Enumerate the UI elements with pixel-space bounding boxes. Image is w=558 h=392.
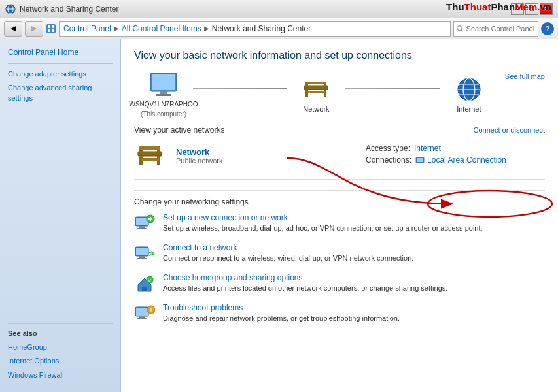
settings-text-2: Connect to a network Connect or reconnec… (163, 243, 413, 264)
connect-network-icon (134, 243, 155, 264)
annotation-container: View your active networks Connect or dis… (134, 125, 545, 180)
access-type-label: Access type: (366, 144, 410, 153)
help-button[interactable]: ? (541, 22, 554, 35)
network-map-wrapper: WSNQV1LN7RAPHOO (This computer) (134, 72, 545, 118)
network-node-network: Network (287, 76, 345, 113)
breadcrumb-control-panel[interactable]: Control Panel (63, 24, 111, 33)
page-title: View your basic network information and … (134, 50, 545, 61)
watermark-mem: Mem (515, 1, 537, 12)
network-map: WSNQV1LN7RAPHOO (This computer) (134, 72, 498, 118)
sidebar-item-windows-firewall[interactable]: Windows Firewall (8, 370, 113, 380)
new-connection-icon (134, 213, 155, 234)
connector1 (193, 88, 287, 89)
connect-disconnect-link[interactable]: Connect or disconnect (474, 126, 545, 134)
svg-point-8 (457, 25, 462, 30)
svg-rect-45 (136, 248, 148, 255)
settings-link-2[interactable]: Connect to a network (163, 243, 413, 252)
sidebar-item-advanced-sharing[interactable]: Change advanced sharing settings (8, 83, 113, 103)
svg-text:!: ! (150, 307, 152, 314)
change-settings-section: Change your networking settings Set up a… (134, 190, 545, 324)
sidebar-item-home[interactable]: Control Panel Home (8, 47, 113, 58)
settings-link-3[interactable]: Choose homegroup and sharing options (163, 273, 447, 282)
settings-desc-4: Diagnose and repair network problems, or… (163, 314, 400, 322)
svg-rect-5 (52, 25, 54, 28)
breadcrumb-current: Network and Sharing Center (212, 24, 311, 33)
network-label: Network (303, 105, 329, 113)
search-box[interactable] (453, 21, 538, 37)
watermark-thu: Thu (446, 1, 464, 12)
app-icon (5, 4, 16, 14)
sidebar-main-section: Control Panel Home Change adapter settin… (0, 47, 120, 118)
svg-rect-12 (160, 91, 167, 94)
svg-rect-29 (141, 158, 159, 161)
svg-rect-53 (139, 316, 145, 318)
sidebar-divider2 (8, 323, 113, 324)
svg-rect-54 (137, 318, 147, 319)
change-settings-header: Change your networking settings (134, 190, 545, 206)
search-input[interactable] (466, 25, 535, 33)
svg-rect-6 (48, 29, 50, 32)
access-type-value: Internet (414, 144, 441, 153)
connections-value[interactable]: Local Area Connection (427, 155, 506, 165)
active-networks-header: View your active networks Connect or dis… (134, 125, 545, 135)
svg-rect-46 (139, 256, 145, 258)
watermark-thuat: Thuat (464, 1, 491, 12)
svg-rect-39 (139, 226, 145, 228)
svg-rect-3 (46, 24, 56, 33)
active-network-info: Network Public network (176, 147, 355, 165)
settings-desc-2: Connect or reconnect to a wireless, wire… (163, 254, 413, 262)
active-network-icon (134, 140, 166, 171)
computer-name: WSNQV1LN7RAPHOO (129, 101, 198, 108)
breadcrumb-sep2: ▶ (204, 25, 209, 32)
svg-rect-48 (142, 287, 147, 291)
network-node-computer: WSNQV1LN7RAPHOO (This computer) (134, 72, 193, 118)
sidebar-item-internet-options[interactable]: Internet Options (8, 356, 113, 366)
network-node-internet: Internet (440, 76, 498, 113)
svg-rect-20 (305, 82, 326, 84)
internet-icon (453, 76, 485, 103)
settings-text-3: Choose homegroup and sharing options Acc… (163, 273, 447, 294)
active-network-name[interactable]: Network (176, 147, 355, 157)
back-button[interactable]: ◀ (4, 21, 22, 37)
watermark-phan: Phan (491, 1, 515, 12)
see-full-map-link[interactable]: See full map (505, 73, 545, 80)
change-settings-title: Change your networking settings (134, 197, 249, 206)
main-layout: Control Panel Home Change adapter settin… (0, 39, 558, 392)
svg-rect-47 (137, 258, 147, 259)
sidebar-item-adapter-settings[interactable]: Change adapter settings (8, 69, 113, 79)
internet-label: Internet (457, 105, 481, 113)
content-area: View your basic network information and … (121, 39, 558, 392)
search-icon (457, 25, 464, 33)
computer-icon (148, 72, 179, 98)
watermark-vn: vn (540, 1, 551, 12)
settings-desc-1: Set up a wireless, broadband, dial-up, a… (163, 224, 483, 232)
svg-rect-40 (137, 228, 147, 229)
settings-item-1: Set up a new connection or network Set u… (134, 213, 545, 234)
title-text: Network and Sharing Center (20, 5, 118, 14)
settings-item-4: ! Troubleshoot problems Diagnose and rep… (134, 303, 545, 324)
sidebar-item-homegroup[interactable]: HomeGroup (8, 342, 113, 352)
connector2 (345, 88, 439, 89)
forward-button[interactable]: ▶ (25, 21, 43, 37)
sidebar-see-also: See also HomeGroup Internet Options Wind… (0, 313, 120, 384)
sidebar: Control Panel Home Change adapter settin… (0, 39, 121, 392)
active-network: Network Public network Access type: Inte… (134, 140, 545, 180)
settings-link-1[interactable]: Set up a new connection or network (163, 213, 483, 222)
svg-line-9 (461, 29, 463, 31)
connections-value-wrapper: Local Area Connection (415, 155, 506, 165)
settings-text-4: Troubleshoot problems Diagnose and repai… (163, 303, 400, 324)
svg-rect-4 (48, 25, 50, 28)
see-full-map-wrapper: See full map (498, 72, 545, 81)
settings-link-4[interactable]: Troubleshoot problems (163, 303, 400, 312)
breadcrumb-all-items[interactable]: All Control Panel Items (122, 24, 201, 33)
settings-item-2: Connect to a network Connect or reconnec… (134, 243, 545, 264)
network-details: Access type: Internet Connections: Local… (366, 144, 545, 167)
connections-label: Connections: (366, 155, 411, 165)
svg-rect-7 (52, 29, 54, 32)
connections-row: Connections: Local Area Connection (366, 155, 545, 165)
watermark: ThuThuatPhanMem.vn (446, 1, 551, 12)
active-networks-title: View your active networks (134, 125, 225, 135)
svg-rect-52 (136, 308, 148, 316)
active-network-type: Public network (176, 157, 355, 165)
breadcrumb-sep1: ▶ (114, 25, 119, 32)
